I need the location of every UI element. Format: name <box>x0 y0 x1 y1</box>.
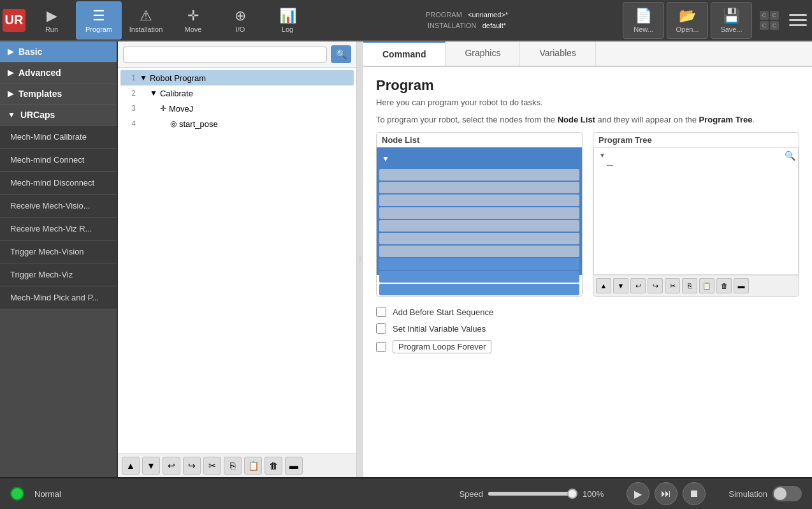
open-button[interactable]: 📂 Open... <box>667 2 708 39</box>
tree-row[interactable]: 4 ◎ start_pose <box>120 116 354 131</box>
open-icon: 📂 <box>679 8 696 24</box>
node-list-row-blue[interactable] <box>379 258 579 270</box>
panel-title: Program <box>376 77 799 94</box>
ptree-copy-btn[interactable]: ⎘ <box>682 278 697 293</box>
node-list-row[interactable] <box>379 233 579 244</box>
node-list-chevron: ▼ <box>382 154 389 163</box>
movej-icon: ✛ <box>160 104 166 113</box>
tree-down-button[interactable]: ▼ <box>142 457 160 475</box>
tab-command[interactable]: Command <box>363 41 446 66</box>
ptree-up-btn[interactable]: ▲ <box>596 278 611 293</box>
nav-log[interactable]: 📊 Log <box>265 1 310 40</box>
new-button[interactable]: 📄 New... <box>623 2 664 39</box>
tab-variables[interactable]: Variables <box>520 41 595 66</box>
node-list-row[interactable] <box>379 220 579 232</box>
add-before-checkbox[interactable] <box>376 307 386 317</box>
checkbox-row-1: Add Before Start Sequence <box>376 307 799 317</box>
playback-controls: ▶ ⏭ ⏹ <box>627 482 706 505</box>
node-list-row-blue[interactable] <box>379 284 579 295</box>
tab-graphics[interactable]: Graphics <box>446 41 520 66</box>
sidebar-urcap-trigger-vision[interactable]: Trigger Mech-Vision <box>0 240 117 263</box>
save-icon: 💾 <box>723 8 740 24</box>
nav-program[interactable]: ☰ Program <box>76 1 122 40</box>
nav-move-label: Move <box>185 26 202 33</box>
ptree-paste-btn[interactable]: 📋 <box>699 278 714 293</box>
nav-run[interactable]: ▶ Run <box>29 1 75 40</box>
ptree-redo-btn[interactable]: ↪ <box>648 278 663 293</box>
ptree-down-btn[interactable]: ▼ <box>613 278 628 293</box>
urcaps-label: URCaps <box>20 110 55 120</box>
nav-io[interactable]: ⊕ I/O <box>217 1 263 40</box>
nav-installation[interactable]: ⚠ Installation <box>123 1 169 40</box>
speed-fill <box>488 492 577 496</box>
ptree-cut-btn[interactable]: ✂ <box>665 278 680 293</box>
sidebar-urcap-trigger-viz[interactable]: Trigger Mech-Viz <box>0 263 117 286</box>
tree-paste-button[interactable]: 📋 <box>244 457 262 475</box>
pose-icon: ◎ <box>170 119 177 128</box>
search-input[interactable] <box>123 47 327 63</box>
templates-label: Templates <box>18 89 62 99</box>
sidebar-urcap-connect[interactable]: Mech-mind Connect <box>0 149 117 172</box>
add-before-label: Add Before Start Sequence <box>393 307 493 317</box>
node-list-row[interactable] <box>379 195 579 206</box>
sidebar-urcap-calibrate[interactable]: Mech-Mind Calibrate <box>0 126 117 149</box>
sidebar-item-advanced[interactable]: ▶ Advanced <box>0 63 117 84</box>
set-initial-checkbox[interactable] <box>376 323 386 334</box>
sidebar-urcap-receive-viz[interactable]: Receive Mech-Viz R... <box>0 218 117 240</box>
installation-icon: ⚠ <box>140 8 152 24</box>
tree-copy-button[interactable]: ⎘ <box>224 457 242 475</box>
tree-undo-button[interactable]: ↩ <box>163 457 180 475</box>
tree-toolbar: ▲ ▼ ↩ ↪ ✂ ⎘ 📋 🗑 ▬ <box>118 454 356 477</box>
play-button[interactable]: ▶ <box>627 482 649 505</box>
save-button[interactable]: 💾 Save... <box>711 2 752 39</box>
tree-row[interactable]: 2 ▼ Calibrate <box>120 85 354 101</box>
tree-up-button[interactable]: ▲ <box>122 457 140 475</box>
step-button[interactable]: ⏭ <box>655 482 678 505</box>
ptree-undo-btn[interactable]: ↩ <box>630 278 646 293</box>
sidebar-item-basic[interactable]: ▶ Basic <box>0 41 117 63</box>
speed-slider[interactable] <box>488 492 577 496</box>
line-num-3: 3 <box>123 104 136 113</box>
tree-row[interactable]: 3 ✛ MoveJ <box>120 101 354 116</box>
prog-tree-search-icon[interactable]: 🔍 <box>785 151 795 161</box>
speed-value: 100% <box>583 489 604 499</box>
tree-cut-button[interactable]: ✂ <box>203 457 221 475</box>
prog-tree-toolbar: ▲ ▼ ↩ ↪ ✂ ⎘ 📋 🗑 ▬ <box>593 275 799 296</box>
sidebar-item-urcaps[interactable]: ▼ URCaps <box>0 105 117 126</box>
hamburger-menu[interactable] <box>787 9 809 32</box>
nav-io-label: I/O <box>236 26 245 33</box>
search-button[interactable]: 🔍 <box>331 45 351 63</box>
prog-tree-item-2[interactable]: — <box>597 160 795 170</box>
stop-button[interactable]: ⏹ <box>683 482 706 505</box>
simulation-toggle[interactable] <box>772 486 802 501</box>
prog-tree-title: Program Tree <box>593 133 799 147</box>
node-list-row[interactable] <box>379 246 579 257</box>
checkbox-row-3: Program Loops Forever <box>376 340 799 353</box>
tree-more-button[interactable]: ▬ <box>285 457 303 475</box>
tree-row[interactable]: 1 ▼ Robot Program <box>120 70 354 85</box>
tree-redo-button[interactable]: ↪ <box>183 457 201 475</box>
nav-move[interactable]: ✛ Move <box>170 1 216 40</box>
urcaps-arrow: ▼ <box>8 110 15 119</box>
line-num-2: 2 <box>123 89 136 98</box>
tree-delete-button[interactable]: 🗑 <box>265 457 282 475</box>
node-list-row-blue[interactable] <box>379 271 579 283</box>
ptree-delete-btn[interactable]: 🗑 <box>716 278 732 293</box>
ur-logo: UR <box>3 9 25 32</box>
basic-label: Basic <box>18 47 42 57</box>
node-list-row[interactable] <box>379 182 579 193</box>
panel-desc1: Here you can program your robot to do ta… <box>376 98 799 107</box>
sidebar-urcap-receive-vision[interactable]: Receive Mech-Visio... <box>0 195 117 218</box>
sidebar-item-templates[interactable]: ▶ Templates <box>0 84 117 105</box>
ptree-bar-btn[interactable]: ▬ <box>734 278 749 293</box>
prog-tree-item-1[interactable]: ▼ <box>597 151 795 160</box>
program-loops-checkbox[interactable] <box>376 342 386 352</box>
node-list-row[interactable] <box>379 207 579 219</box>
templates-arrow: ▶ <box>8 89 13 98</box>
sidebar-urcap-pick[interactable]: Mech-Mind Pick and P... <box>0 286 117 309</box>
sidebar-urcap-disconnect[interactable]: Mech-mind Disconnect <box>0 172 117 195</box>
node-list-row[interactable] <box>379 169 579 181</box>
divider-handle[interactable]: ⋮ <box>357 41 363 477</box>
desc2-text: To program your robot, select the nodes … <box>376 115 555 124</box>
installation-name: default* <box>482 22 506 29</box>
